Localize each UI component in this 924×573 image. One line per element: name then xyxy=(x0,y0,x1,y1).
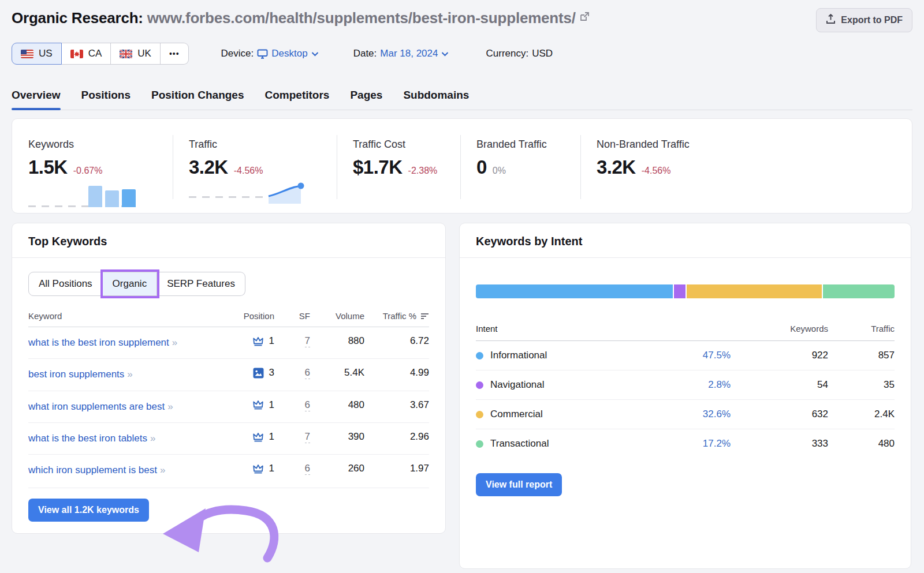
view-all-keywords-button[interactable]: View all 1.2K keywords xyxy=(28,499,149,522)
tab-subdomains[interactable]: Subdomains xyxy=(403,89,469,110)
country-ca-label: CA xyxy=(88,48,102,59)
device-filter: Device: Desktop xyxy=(221,48,319,59)
position-value: 1 xyxy=(269,399,274,411)
intent-share-link[interactable]: 17.2% xyxy=(664,438,750,450)
filter-bar: US CA UK ••• Device: Desktop Date: xyxy=(12,43,912,65)
top-keywords-panel: Top Keywords All Positions Organic SERP … xyxy=(12,223,446,534)
external-link-icon[interactable] xyxy=(579,8,590,26)
tab-position-changes[interactable]: Position Changes xyxy=(151,89,244,110)
tab-positions[interactable]: Positions xyxy=(81,89,131,110)
intent-label: Commercial xyxy=(490,409,543,420)
keyword-link[interactable]: what is the best iron supplement xyxy=(28,335,169,350)
metric-value: 0 xyxy=(476,156,487,178)
metric-value: 3.2K xyxy=(597,156,636,178)
sf-value[interactable]: 7 xyxy=(305,335,310,347)
sf-value[interactable]: 7 xyxy=(305,431,310,443)
col-header-keyword: Keyword xyxy=(28,311,225,321)
organic-research-page: Organic Research: www.forbes.com/health/… xyxy=(0,0,924,569)
segment-all-positions[interactable]: All Positions xyxy=(28,272,103,296)
open-keyword-icon[interactable]: » xyxy=(172,337,176,348)
open-keyword-icon[interactable]: » xyxy=(160,465,164,475)
device-dropdown[interactable]: Desktop xyxy=(257,48,318,59)
table-row: what iron supplements are best» 1 6 480 … xyxy=(28,391,429,422)
keywords-by-intent-panel: Keywords by Intent Intent Keywords Traff… xyxy=(459,223,911,569)
intent-share-link[interactable]: 32.6% xyxy=(664,409,750,420)
country-uk[interactable]: UK xyxy=(111,43,161,65)
date-filter: Date: Mar 18, 2024 xyxy=(353,48,449,59)
tab-overview[interactable]: Overview xyxy=(12,89,61,110)
crown-icon xyxy=(252,399,264,410)
tab-competitors[interactable]: Competitors xyxy=(264,89,329,110)
metric-value: 1.5K xyxy=(28,156,68,178)
export-to-pdf-button[interactable]: Export to PDF xyxy=(816,8,912,32)
keyword-link[interactable]: which iron supplement is best xyxy=(28,465,157,475)
sf-value[interactable]: 6 xyxy=(305,399,310,411)
keyword-link[interactable]: what iron supplements are best xyxy=(28,399,165,414)
sort-icon[interactable] xyxy=(420,313,429,320)
sf-value[interactable]: 6 xyxy=(305,367,310,379)
table-row: what is the best iron supplement» 1 7 88… xyxy=(28,327,429,358)
intent-bar-transactional[interactable] xyxy=(823,284,895,298)
volume-value: 5.4K xyxy=(310,367,364,379)
position-value: 3 xyxy=(269,367,274,379)
metric-label: Traffic Cost xyxy=(353,138,444,151)
commercial-dot-icon xyxy=(476,411,483,418)
table-header-row: Keyword Position SF Volume Traffic % xyxy=(28,311,429,327)
intent-share-link[interactable]: 47.5% xyxy=(664,350,750,361)
keywords-type-switcher: All Positions Organic SERP Features xyxy=(28,272,245,296)
intent-keywords-value: 54 xyxy=(750,379,828,391)
open-keyword-icon[interactable]: » xyxy=(167,401,172,412)
country-ca[interactable]: CA xyxy=(62,43,111,65)
traffic-mini-line-chart xyxy=(189,177,321,207)
metric-label: Non-Branded Traffic xyxy=(597,138,896,151)
uk-flag-icon xyxy=(120,50,132,58)
top-keywords-table: Keyword Position SF Volume Traffic % wha… xyxy=(28,311,429,533)
open-keyword-icon[interactable]: » xyxy=(127,369,131,380)
table-row: best iron supplements» 3 6 5.4K 4.99 xyxy=(28,358,429,390)
currency-filter: Currency: USD xyxy=(486,48,553,59)
traffic-pct-value: 1.97 xyxy=(364,463,429,474)
tab-pages[interactable]: Pages xyxy=(350,89,382,110)
traffic-pct-value: 6.72 xyxy=(364,335,429,347)
country-us-label: US xyxy=(39,48,53,59)
top-keywords-title: Top Keywords xyxy=(12,223,445,257)
country-uk-label: UK xyxy=(137,48,151,59)
informational-dot-icon xyxy=(476,352,483,359)
segment-organic[interactable]: Organic xyxy=(103,272,158,296)
intent-bar-informational[interactable] xyxy=(476,284,673,298)
volume-value: 480 xyxy=(310,399,364,411)
export-icon xyxy=(826,14,836,27)
country-us[interactable]: US xyxy=(12,43,62,65)
analyzed-url: www.forbes.com/health/supplements/best-i… xyxy=(147,9,576,27)
volume-value: 880 xyxy=(310,335,364,347)
view-full-report-button[interactable]: View full report xyxy=(476,473,562,496)
col-header-traffic-pct: Traffic % xyxy=(364,311,429,321)
crown-icon xyxy=(252,432,264,443)
intent-row: Informational 47.5% 922 857 xyxy=(476,340,895,370)
table-row: what is the best iron tablets» 1 7 390 2… xyxy=(28,422,429,454)
keyword-link[interactable]: best iron supplements xyxy=(28,369,124,380)
metric-label: Branded Traffic xyxy=(476,138,564,151)
currency-label: Currency: xyxy=(486,48,528,59)
intent-bar-navigational[interactable] xyxy=(674,284,685,298)
transactional-dot-icon xyxy=(476,440,483,448)
chevron-down-icon xyxy=(441,51,449,57)
segment-serp-features[interactable]: SERP Features xyxy=(157,272,245,296)
col-header-keywords: Keywords xyxy=(750,324,828,334)
intent-bar-commercial[interactable] xyxy=(687,284,822,298)
volume-value: 390 xyxy=(310,431,364,443)
date-dropdown[interactable]: Mar 18, 2024 xyxy=(380,48,449,59)
sf-value[interactable]: 6 xyxy=(305,463,310,475)
intent-header-row: Intent Keywords Traffic xyxy=(476,324,895,340)
report-tabs: Overview Positions Position Changes Comp… xyxy=(12,89,912,110)
open-keyword-icon[interactable]: » xyxy=(150,433,154,444)
intent-traffic-value: 857 xyxy=(828,350,895,361)
keyword-link[interactable]: what is the best iron tablets xyxy=(28,433,147,444)
intent-share-link[interactable]: 2.8% xyxy=(664,379,750,391)
metric-non-branded-traffic: Non-Branded Traffic 3.2K -4.56% xyxy=(580,137,912,199)
more-countries-button[interactable]: ••• xyxy=(161,43,189,65)
col-header-position: Position xyxy=(225,311,274,321)
metric-delta: -4.56% xyxy=(234,166,263,176)
intent-distribution-bar xyxy=(476,284,895,298)
col-header-intent: Intent xyxy=(476,324,664,334)
